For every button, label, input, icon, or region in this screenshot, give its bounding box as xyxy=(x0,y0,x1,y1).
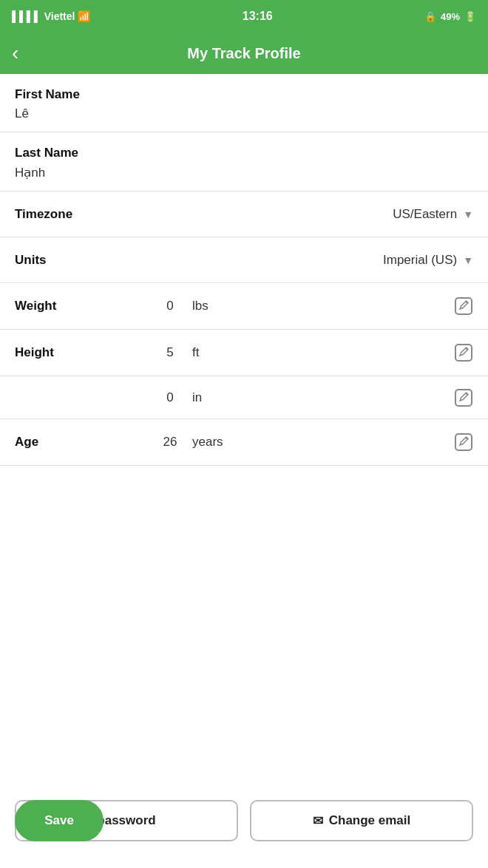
height-in-row: 0 in xyxy=(0,376,488,419)
age-value: 26 xyxy=(148,435,192,450)
wifi-icon: 📶 xyxy=(78,10,90,22)
svg-rect-2 xyxy=(455,390,472,406)
units-label: Units xyxy=(15,253,383,268)
height-unit: ft xyxy=(192,345,454,360)
change-password-label: password xyxy=(97,813,155,828)
battery-percent: 49% xyxy=(441,11,460,22)
timezone-value: US/Eastern xyxy=(393,207,457,222)
weight-value: 0 xyxy=(148,299,192,313)
app-header: ‹ My Track Profile xyxy=(0,33,488,74)
save-button[interactable]: Save xyxy=(15,800,104,841)
first-name-section: First Name Lê xyxy=(0,74,488,132)
page-wrapper: ▌▌▌▌ Viettel 📶 13:16 🔒 49% 🔋 ‹ My Track … xyxy=(0,0,488,868)
units-chevron-icon: ▼ xyxy=(463,254,473,266)
save-button-wrapper: Save xyxy=(15,800,104,841)
units-value: Imperial (US) xyxy=(383,253,457,268)
status-time: 13:16 xyxy=(243,10,273,23)
back-button[interactable]: ‹ xyxy=(12,43,18,64)
age-label: Age xyxy=(15,435,148,450)
email-icon: ✉ xyxy=(313,813,323,829)
height-label: Height xyxy=(15,345,148,360)
status-left: ▌▌▌▌ Viettel 📶 xyxy=(12,10,90,22)
timezone-label: Timezone xyxy=(15,207,393,222)
first-name-label: First Name xyxy=(15,87,473,102)
status-bar: ▌▌▌▌ Viettel 📶 13:16 🔒 49% 🔋 xyxy=(0,0,488,33)
age-edit-button[interactable] xyxy=(454,433,473,452)
form-content: First Name Lê Last Name Hạnh Timezone US… xyxy=(0,74,488,868)
change-email-label: Change email xyxy=(329,813,411,828)
first-name-value: Lê xyxy=(15,106,473,121)
svg-rect-3 xyxy=(455,434,472,450)
age-row: Age 26 years xyxy=(0,419,488,466)
timezone-chevron-icon: ▼ xyxy=(463,208,473,220)
age-unit: years xyxy=(192,435,454,450)
height-in-unit: in xyxy=(192,390,454,405)
status-right: 🔒 49% 🔋 xyxy=(424,11,476,22)
height-ft-edit-button[interactable] xyxy=(454,343,473,362)
carrier-name: Viettel xyxy=(44,10,75,22)
height-value: 5 xyxy=(148,345,192,360)
weight-row: Weight 0 lbs xyxy=(0,283,488,330)
battery-icon: 🔋 xyxy=(464,11,476,22)
height-in-edit-button[interactable] xyxy=(454,388,473,407)
timezone-row[interactable]: Timezone US/Eastern ▼ xyxy=(0,191,488,237)
weight-unit: lbs xyxy=(192,299,454,313)
last-name-value: Hạnh xyxy=(15,165,473,180)
weight-edit-button[interactable] xyxy=(454,296,473,316)
lock-icon: 🔒 xyxy=(424,11,436,22)
height-row: Height 5 ft xyxy=(0,330,488,376)
svg-rect-1 xyxy=(455,345,472,361)
last-name-label: Last Name xyxy=(15,146,473,160)
units-row[interactable]: Units Imperial (US) ▼ xyxy=(0,237,488,283)
page-title: My Track Profile xyxy=(187,45,300,62)
signal-icon: ▌▌▌▌ xyxy=(12,10,41,22)
change-email-button[interactable]: ✉ Change email xyxy=(250,800,473,841)
save-label: Save xyxy=(44,813,74,828)
weight-label: Weight xyxy=(15,299,148,313)
last-name-section: Last Name Hạnh xyxy=(0,132,488,191)
height-in-value: 0 xyxy=(148,390,192,405)
svg-rect-0 xyxy=(455,298,472,314)
